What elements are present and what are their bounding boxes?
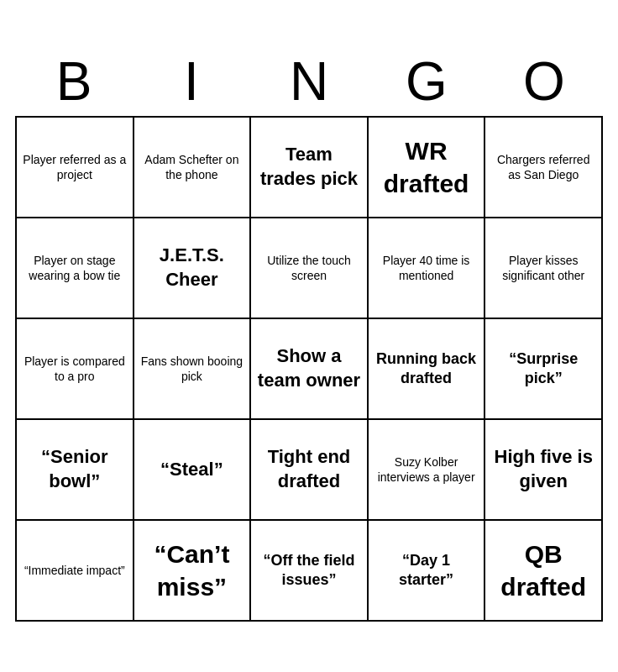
bingo-letter-i: I [137,50,246,113]
cell-text-21: “Can’t miss” [139,538,245,603]
bingo-cell-24: QB drafted [485,521,603,622]
cell-text-20: “Immediate impact” [24,563,125,578]
bingo-cell-6: J.E.T.S. Cheer [134,218,252,319]
cell-text-13: Running back drafted [374,349,479,389]
bingo-cell-18: Suzy Kolber interviews a player [369,420,486,521]
bingo-letter-o: O [490,50,599,113]
cell-text-10: Player is compared to a pro [22,354,128,384]
cell-text-7: Utilize the touch screen [256,253,362,283]
bingo-cell-15: “Senior bowl” [17,420,134,521]
cell-text-6: J.E.T.S. Cheer [139,244,245,291]
cell-text-23: “Day 1 starter” [374,551,479,591]
bingo-cell-9: Player kisses significant other [485,218,603,319]
bingo-cell-12: Show a team owner [251,319,369,420]
cell-text-0: Player referred as a project [22,152,128,182]
cell-text-4: Chargers referred as San Diego [490,152,596,182]
cell-text-18: Suzy Kolber interviews a player [374,454,479,485]
bingo-cell-16: “Steal” [134,420,252,521]
bingo-header: BINGO [15,50,603,113]
bingo-cell-14: “Surprise pick” [485,319,603,420]
bingo-cell-17: Tight end drafted [251,420,369,521]
cell-text-5: Player on stage wearing a bow tie [22,253,128,283]
cell-text-12: Show a team owner [256,344,362,392]
bingo-letter-b: B [19,50,128,113]
bingo-cell-10: Player is compared to a pro [17,319,134,420]
cell-text-2: Team trades pick [256,143,362,191]
bingo-cell-23: “Day 1 starter” [369,521,486,622]
cell-text-15: “Senior bowl” [22,445,128,493]
cell-text-17: Tight end drafted [256,445,362,493]
cell-text-8: Player 40 time is mentioned [374,253,479,283]
bingo-cell-3: WR drafted [369,118,486,218]
cell-text-16: “Steal” [160,458,223,482]
bingo-cell-13: Running back drafted [369,319,486,420]
cell-text-1: Adam Schefter on the phone [139,152,245,182]
cell-text-9: Player kisses significant other [490,253,596,283]
bingo-cell-8: Player 40 time is mentioned [369,218,486,319]
cell-text-22: “Off the field issues” [256,551,362,591]
bingo-cell-2: Team trades pick [251,118,369,218]
cell-text-14: “Surprise pick” [490,349,596,389]
bingo-cell-5: Player on stage wearing a bow tie [17,218,134,319]
bingo-cell-1: Adam Schefter on the phone [134,118,252,218]
bingo-cell-4: Chargers referred as San Diego [485,118,603,218]
bingo-cell-7: Utilize the touch screen [251,218,369,319]
bingo-card: BINGO Player referred as a projectAdam S… [7,42,611,630]
cell-text-24: QB drafted [490,538,596,603]
bingo-cell-20: “Immediate impact” [17,521,134,622]
bingo-cell-11: Fans shown booing pick [134,319,252,420]
bingo-cell-22: “Off the field issues” [251,521,369,622]
bingo-letter-n: N [254,50,364,113]
bingo-grid: Player referred as a projectAdam Schefte… [15,116,603,622]
cell-text-11: Fans shown booing pick [139,354,245,384]
bingo-letter-g: G [372,50,481,113]
bingo-cell-21: “Can’t miss” [134,521,252,622]
bingo-cell-19: High five is given [485,420,603,521]
cell-text-3: WR drafted [374,134,479,200]
bingo-cell-0: Player referred as a project [17,118,134,218]
cell-text-19: High five is given [490,445,596,493]
